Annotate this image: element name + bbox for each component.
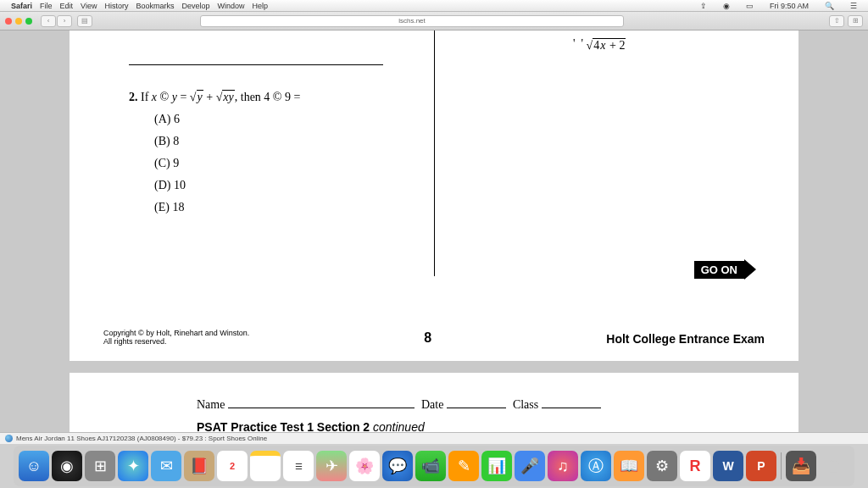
ibooks-icon[interactable]: 📖 <box>614 451 644 481</box>
answer-blank-line <box>129 64 383 65</box>
date-blank <box>447 408 506 408</box>
choice-c: (C) 9 <box>154 157 417 170</box>
expression-top: ' ' 4x + 2 <box>452 39 748 53</box>
section-title: PSAT Practice Test 1 Section 2 continued <box>197 420 765 432</box>
minimize-icon[interactable] <box>15 18 22 25</box>
choice-d: (D) 10 <box>154 179 417 192</box>
pages-icon[interactable]: ✎ <box>448 451 479 481</box>
page-number: 8 <box>424 330 431 346</box>
menu-help[interactable]: Help <box>252 2 268 10</box>
contacts-icon[interactable]: 📕 <box>184 451 214 481</box>
word-icon[interactable]: W <box>713 451 743 481</box>
menubar: Safari File Edit View History Bookmarks … <box>0 0 868 12</box>
choice-e: (E) 18 <box>154 201 417 214</box>
forward-button[interactable]: › <box>57 15 72 27</box>
r-app-icon[interactable]: R <box>680 451 710 481</box>
safari-icon[interactable]: ✦ <box>118 451 148 481</box>
menu-bookmarks[interactable]: Bookmarks <box>136 2 174 10</box>
preferences-icon[interactable]: ⚙ <box>647 451 677 481</box>
url-bar[interactable]: lschs.net <box>200 15 624 27</box>
exam-name: Holt College Entrance Exam <box>606 332 765 346</box>
date-label: Date <box>421 398 443 411</box>
messages-icon[interactable]: 💬 <box>382 451 413 481</box>
choice-a: (A) 6 <box>154 113 417 126</box>
share-button[interactable]: ⇧ <box>829 15 844 27</box>
menu-edit[interactable]: Edit <box>60 2 74 10</box>
maps-icon[interactable]: ✈ <box>316 451 347 481</box>
menu-window[interactable]: Window <box>217 2 244 10</box>
close-icon[interactable] <box>5 18 12 25</box>
back-button[interactable]: ‹ <box>41 15 56 27</box>
siri-icon[interactable]: ◉ <box>52 451 82 481</box>
trash-icon[interactable]: 🗑 <box>819 451 849 481</box>
arrow-right-icon <box>744 259 756 280</box>
maximize-icon[interactable] <box>25 18 32 25</box>
status-text: Mens Air Jordan 11 Shoes AJ17120238 (AJ0… <box>16 435 267 442</box>
itunes-icon[interactable]: ♫ <box>548 451 578 481</box>
menu-file[interactable]: File <box>40 2 53 10</box>
class-label: Class <box>513 398 538 411</box>
question-2: 2. If x © y = y + xy, then 4 © 9 = (A) 6… <box>120 91 417 214</box>
menu-develop[interactable]: Develop <box>181 2 209 10</box>
sidebar-button[interactable]: ▤ <box>77 15 92 27</box>
display-icon[interactable]: ▭ <box>746 2 754 10</box>
clock[interactable]: Fri 9:50 AM <box>770 2 809 10</box>
notes-icon[interactable] <box>250 451 281 481</box>
menu-history[interactable]: History <box>104 2 128 10</box>
menu-app[interactable]: Safari <box>11 2 32 10</box>
reminders-icon[interactable]: ☰ <box>283 451 314 481</box>
wifi-icon[interactable]: ◉ <box>723 2 730 10</box>
calendar-icon[interactable]: 2 <box>217 451 248 481</box>
browser-content: 2. If x © y = y + xy, then 4 © 9 = (A) 6… <box>0 30 868 432</box>
choice-b: (B) 8 <box>154 135 417 148</box>
question-number: 2. <box>129 91 138 103</box>
dock: ☺ ◉ ⊞ ✦ ✉ 📕 2 ☰ ✈ 🌸 💬 📹 ✎ 📊 🎤 ♫ Ⓐ 📖 ⚙ R … <box>14 446 854 486</box>
document-page-1: 2. If x © y = y + xy, then 4 © 9 = (A) 6… <box>70 30 798 361</box>
photos-icon[interactable]: 🌸 <box>349 451 380 481</box>
go-on-arrow: GO ON <box>694 259 756 280</box>
facetime-icon[interactable]: 📹 <box>415 451 446 481</box>
keynote-icon[interactable]: 🎤 <box>515 451 545 481</box>
sync-icon[interactable]: ⇪ <box>700 2 707 10</box>
appstore-icon[interactable]: Ⓐ <box>581 451 611 481</box>
menu-view[interactable]: View <box>81 2 97 10</box>
finder-icon[interactable]: ☺ <box>19 451 49 481</box>
downloads-icon[interactable]: 📥 <box>786 451 816 481</box>
tabs-button[interactable]: ⊞ <box>848 15 863 27</box>
browser-toolbar: ‹ › ▤ lschs.net ⇧ ⊞ <box>0 12 868 30</box>
mail-icon[interactable]: ✉ <box>151 451 181 481</box>
name-blank <box>228 408 415 408</box>
notification-icon[interactable]: ☰ <box>850 2 857 10</box>
spotlight-icon[interactable]: 🔍 <box>825 2 834 10</box>
globe-icon <box>5 435 13 442</box>
powerpoint-icon[interactable]: P <box>746 451 776 481</box>
status-bar: Mens Air Jordan 11 Shoes AJ17120238 (AJ0… <box>0 432 868 444</box>
copyright: Copyright © by Holt, Rinehart and Winsto… <box>103 329 249 346</box>
document-page-2: Name Date Class PSAT Practice Test 1 Sec… <box>70 373 798 432</box>
dock-separator <box>781 452 782 480</box>
class-blank <box>542 408 601 408</box>
numbers-icon[interactable]: 📊 <box>481 451 512 481</box>
launchpad-icon[interactable]: ⊞ <box>85 451 115 481</box>
name-label: Name <box>197 398 225 411</box>
